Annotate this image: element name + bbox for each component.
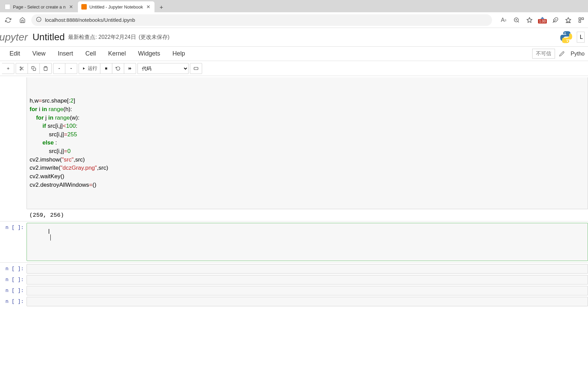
zoom-icon[interactable] — [512, 16, 521, 24]
menu-cell[interactable]: Cell — [79, 48, 102, 59]
unsaved-indicator: (更改未保存) — [139, 34, 170, 41]
cell-prompt — [0, 77, 27, 209]
code-input-empty-2[interactable] — [27, 264, 588, 274]
notebook-header: upyter Untitled 最新检查点: 2022年2月24日 (更改未保存… — [0, 28, 588, 47]
svg-point-14 — [20, 66, 21, 68]
run-button[interactable]: 运行 — [79, 63, 100, 74]
add-cell-button[interactable] — [2, 63, 14, 74]
code-input-empty-5[interactable] — [27, 297, 588, 306]
code-input-active[interactable]: I — [27, 223, 588, 261]
output-row: (259, 256) — [0, 211, 588, 220]
kernel-name[interactable]: Pytho — [569, 51, 585, 57]
cell-prompt-empty-2: n [ ]: — [0, 264, 27, 274]
svg-rect-19 — [33, 68, 36, 71]
menu-edit[interactable]: Edit — [3, 48, 26, 59]
scale-badge: 1.00 — [538, 19, 546, 24]
run-label: 运行 — [88, 65, 97, 72]
svg-rect-20 — [45, 66, 47, 67]
collections-icon[interactable] — [577, 16, 585, 24]
code-cell-empty-4[interactable]: n [ ]: — [0, 286, 588, 295]
interrupt-button[interactable] — [100, 63, 112, 74]
svg-marker-9 — [566, 17, 571, 22]
cell-output: (259, 256) — [27, 211, 588, 220]
svg-line-4 — [518, 21, 519, 22]
refresh-icon[interactable] — [3, 15, 14, 26]
menu-bar: Edit View Insert Cell Kernel Widgets Hel… — [0, 47, 588, 61]
command-palette-button[interactable] — [190, 63, 202, 74]
menu-help[interactable]: Help — [166, 48, 191, 59]
svg-line-18 — [21, 67, 22, 68]
favorites-bar-icon[interactable] — [564, 16, 572, 24]
text-cursor — [50, 234, 51, 241]
edit-icon[interactable] — [557, 49, 567, 59]
cell-prompt-empty-1: n [ ]: — [0, 223, 27, 261]
code-input[interactable]: h,w=src.shape[:2]for i in range(h): for … — [27, 77, 588, 209]
menu-insert[interactable]: Insert — [52, 48, 79, 59]
svg-rect-12 — [582, 18, 584, 19]
svg-rect-22 — [194, 67, 198, 70]
code-input-empty-3[interactable] — [27, 275, 588, 285]
svg-marker-7 — [527, 17, 532, 22]
close-tab-1-icon[interactable]: ✕ — [68, 4, 74, 10]
checkpoint-label: 最新检查点: 2022年2月24日 — [68, 34, 136, 41]
extensions-icon[interactable] — [551, 16, 559, 24]
notebook-title[interactable]: Untitled — [32, 32, 65, 43]
move-down-button[interactable] — [65, 63, 77, 74]
address-bar: localhost:8888/notebooks/Untitled.ipynb … — [0, 12, 588, 28]
reader-icon[interactable]: A)) — [500, 16, 508, 24]
svg-point-15 — [20, 69, 21, 70]
menu-widgets[interactable]: Widgets — [132, 48, 166, 59]
info-icon — [36, 17, 42, 23]
new-tab-button[interactable]: + — [157, 3, 166, 12]
cell-type-select[interactable]: 代码 — [137, 63, 189, 74]
cut-button[interactable] — [16, 63, 28, 74]
browser-tab-2[interactable]: Untitled - Jupyter Notebook ✕ — [78, 1, 155, 12]
toolbar: 运行 代码 — [0, 61, 588, 76]
restart-button[interactable] — [112, 63, 124, 74]
svg-line-17 — [22, 69, 23, 70]
copy-button[interactable] — [28, 63, 40, 74]
cell-prompt-empty-4: n [ ]: — [0, 286, 27, 295]
out-prompt — [0, 211, 27, 220]
close-tab-2-icon[interactable]: ✕ — [146, 4, 151, 10]
ibeam-cursor-icon: I — [48, 227, 50, 236]
svg-rect-13 — [579, 20, 581, 22]
cell-prompt-empty-3: n [ ]: — [0, 275, 27, 285]
cell-prompt-empty-5: n [ ]: — [0, 297, 27, 306]
tab-2-title: Untitled - Jupyter Notebook — [89, 4, 143, 10]
url-text: localhost:8888/notebooks/Untitled.ipynb — [45, 17, 135, 23]
code-cell-empty-3[interactable]: n [ ]: — [0, 275, 588, 285]
move-up-button[interactable] — [53, 63, 65, 74]
browser-right-icons: A)) 1.00 — [500, 16, 585, 24]
svg-rect-21 — [105, 67, 107, 70]
code-cell-executed[interactable]: h,w=src.shape[:2]for i in range(h): for … — [0, 77, 588, 209]
page-favicon — [5, 4, 10, 10]
home-icon[interactable] — [17, 15, 28, 26]
trusted-indicator[interactable]: 不可信 — [532, 49, 555, 59]
tab-1-title: Page - Select or create a n — [13, 4, 66, 10]
restart-run-all-button[interactable] — [124, 63, 136, 74]
browser-tab-1[interactable]: Page - Select or create a n ✕ — [1, 1, 77, 12]
notebook-area: h,w=src.shape[:2]for i in range(h): for … — [0, 77, 588, 315]
code-input-empty-4[interactable] — [27, 286, 588, 295]
logout-button-partial[interactable]: L — [577, 32, 585, 43]
svg-rect-11 — [579, 18, 581, 19]
menu-view[interactable]: View — [26, 48, 52, 59]
favorite-icon[interactable] — [525, 16, 534, 24]
code-cell-empty-5[interactable]: n [ ]: — [0, 297, 588, 306]
code-cell-empty-2[interactable]: n [ ]: — [0, 264, 588, 274]
url-input[interactable]: localhost:8888/notebooks/Untitled.ipynb — [31, 14, 492, 26]
scale-indicator[interactable]: 1.00 — [538, 16, 546, 24]
menu-kernel[interactable]: Kernel — [102, 48, 132, 59]
paste-button[interactable] — [39, 63, 52, 74]
browser-tab-strip: Page - Select or create a n ✕ Untitled -… — [0, 0, 588, 12]
jupyter-favicon — [81, 4, 87, 10]
code-cell-active[interactable]: n [ ]: I — [0, 223, 588, 261]
jupyter-logo: upyter — [0, 31, 28, 43]
python-logo-icon — [559, 30, 573, 44]
